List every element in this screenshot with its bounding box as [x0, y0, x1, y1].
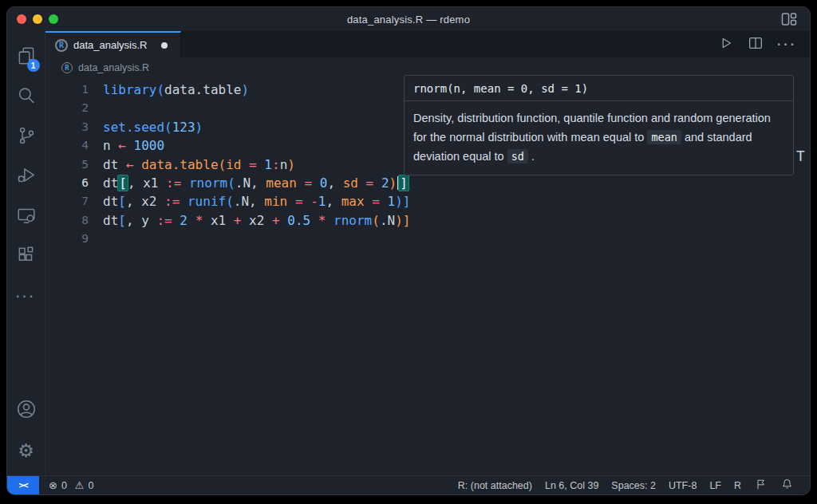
code-token — [365, 194, 373, 209]
code-text: n ← 1000 — [103, 136, 164, 155]
code-token — [181, 175, 189, 191]
code-token: ) — [241, 82, 249, 97]
line-number: 6 — [45, 174, 89, 192]
code-token: [ — [117, 175, 128, 191]
sidebar-item-remote-explorer[interactable] — [7, 197, 45, 237]
code-line[interactable]: 6dt[, x1 := rnorm(.N, mean = 0, sd = 2)] — [45, 174, 810, 192]
code-token: = — [249, 157, 257, 172]
hover-text: . — [528, 150, 535, 163]
line-number: 1 — [45, 81, 89, 99]
code-token: ( — [227, 175, 235, 191]
code-token: sd — [343, 175, 358, 191]
code-token: [ — [118, 213, 126, 228]
editor-actions: ··· — [716, 31, 810, 57]
sidebar-item-source-control[interactable] — [7, 117, 45, 157]
code-token: = — [295, 194, 303, 209]
code-token: 0.5 — [287, 213, 310, 228]
code-token: 0 — [320, 175, 328, 191]
code-token: x2 — [241, 213, 272, 228]
code-token — [241, 157, 249, 172]
account-button[interactable] — [7, 391, 45, 431]
line-number: 8 — [45, 211, 89, 230]
code-token: ] — [403, 213, 411, 228]
run-button[interactable] — [716, 34, 734, 55]
title-bar: data_analysis.R — rdemo — [7, 7, 810, 31]
code-token: = — [366, 175, 374, 191]
tab-data-analysis[interactable]: R data_analysis.R — [45, 31, 181, 57]
code-token — [180, 194, 187, 209]
gear-icon: ⚙ — [18, 442, 34, 460]
code-token: , — [326, 194, 341, 209]
code-token: dt — [103, 194, 118, 209]
code-token: + — [234, 213, 242, 228]
errors-count: 0 — [61, 480, 67, 491]
code-token: - — [310, 194, 318, 209]
code-text: dt[, x2 := runif(.N, min = -1, max = 1)] — [103, 192, 410, 211]
minimize-button[interactable] — [33, 14, 42, 24]
code-token: ) — [395, 194, 403, 209]
hover-description: Density, distribution function, quantile… — [405, 101, 793, 175]
code-token: 1 — [264, 157, 272, 172]
code-token: ] — [398, 175, 409, 191]
inline-code: sd — [507, 149, 528, 163]
eol-status[interactable]: LF — [709, 480, 721, 491]
code-token: runif — [187, 194, 226, 209]
code-token: , x1 — [128, 175, 166, 191]
line-number: 4 — [45, 136, 89, 155]
code-line[interactable]: 9 — [45, 230, 810, 248]
code-token: ) — [287, 157, 295, 172]
code-token — [380, 194, 388, 209]
code-token: = — [305, 175, 313, 191]
modified-dot-icon[interactable] — [161, 42, 168, 49]
window-controls — [17, 7, 58, 31]
feedback-icon[interactable] — [754, 478, 768, 494]
code-token: rnorm — [189, 175, 227, 191]
code-token: rnorm — [334, 213, 372, 228]
line-number: 9 — [45, 230, 89, 248]
sidebar-item-explorer[interactable]: 1 — [7, 37, 45, 77]
tab-bar: R data_analysis.R ··· — [45, 31, 810, 57]
r-session-status[interactable]: R: (not attached) — [458, 480, 532, 491]
code-token: ) — [195, 120, 203, 135]
language-mode-status[interactable]: R — [734, 480, 741, 491]
code-token: [ — [118, 194, 126, 209]
more-actions-button[interactable]: ··· — [777, 37, 797, 52]
code-token: ( — [219, 157, 227, 172]
code-line[interactable]: 7dt[, x2 := runif(.N, min = -1, max = 1)… — [45, 192, 810, 211]
code-token — [126, 138, 134, 153]
status-bar: >< ⊗ 0 ⚠ 0 R: (not attached) Ln 6, Col 3… — [7, 475, 810, 494]
problems-status[interactable]: ⊗ 0 ⚠ 0 — [39, 476, 93, 494]
code-token: 1 — [318, 194, 326, 209]
debug-icon — [16, 165, 37, 189]
remote-explorer-icon — [16, 205, 37, 229]
sidebar-item-run-debug[interactable] — [7, 157, 45, 197]
customize-layout-icon[interactable] — [780, 10, 799, 28]
clipped-text-fragment: T — [796, 148, 805, 164]
code-line[interactable]: 8dt[, y := 2 * x1 + x2 + 0.5 * rnorm(.N)… — [45, 211, 810, 230]
code-token — [287, 194, 295, 209]
indentation-status[interactable]: Spaces: 2 — [611, 480, 656, 491]
close-button[interactable] — [17, 14, 26, 24]
notifications-bell-icon[interactable] — [780, 478, 794, 494]
more-icon: ··· — [16, 289, 36, 304]
code-token: , y — [126, 213, 157, 228]
code-token: , — [327, 175, 342, 191]
zoom-button[interactable] — [49, 14, 58, 24]
remote-indicator[interactable]: >< — [7, 476, 39, 494]
window-title: data_analysis.R — rdemo — [347, 14, 470, 26]
sidebar-item-extensions[interactable] — [7, 237, 45, 277]
code-token: x1 — [203, 213, 234, 228]
code-token: data.table — [164, 82, 241, 97]
settings-button[interactable]: ⚙ — [7, 431, 45, 471]
encoding-status[interactable]: UTF-8 — [669, 480, 697, 491]
code-token: id — [226, 157, 241, 172]
code-token: n — [103, 138, 118, 153]
sidebar-item-search[interactable] — [7, 77, 45, 117]
code-text: dt ← data.table(id = 1:n) — [103, 156, 295, 174]
code-text: library(data.table) — [103, 81, 249, 99]
split-editor-button[interactable] — [747, 34, 764, 55]
code-token — [187, 213, 195, 228]
sidebar-item-more[interactable]: ··· — [7, 277, 45, 317]
cursor-position-status[interactable]: Ln 6, Col 39 — [545, 480, 598, 491]
activity-bar: 1 — [7, 31, 45, 475]
